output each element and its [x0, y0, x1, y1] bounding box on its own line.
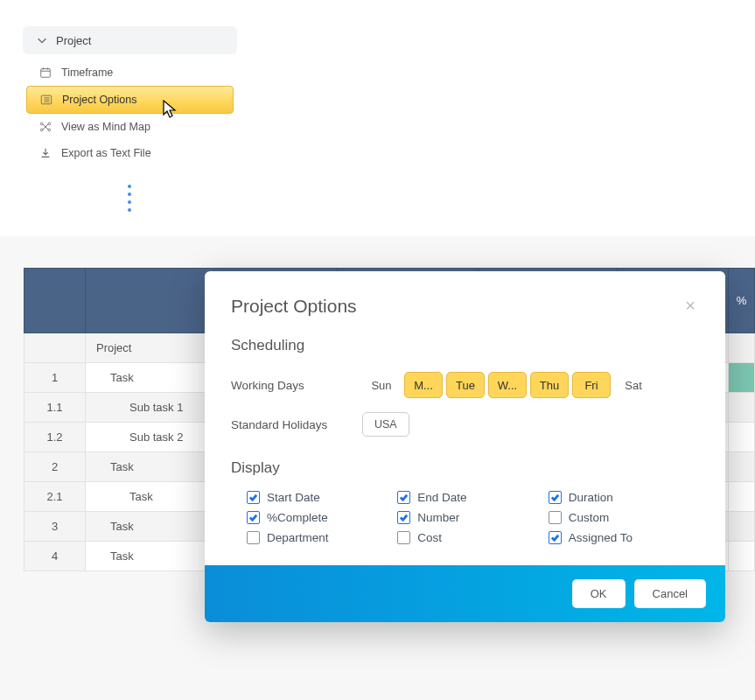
menu-items: Timeframe Project Options View as Mind M… [23, 54, 237, 172]
ok-button[interactable]: OK [572, 579, 626, 608]
checkbox-duration[interactable]: Duration [549, 491, 699, 504]
day-sat[interactable]: Sat [614, 372, 653, 398]
day-tue[interactable]: Tue [446, 372, 485, 398]
svg-point-11 [48, 129, 51, 131]
menu-item-label: View as Mind Map [61, 121, 150, 133]
menu-item-label: Export as Text File [61, 147, 151, 159]
holidays-select[interactable]: USA [362, 412, 409, 437]
row-number: 1.2 [24, 423, 86, 452]
day-wed[interactable]: W... [488, 372, 527, 398]
download-icon [38, 146, 52, 160]
checkbox-custom[interactable]: Custom [549, 511, 699, 524]
svg-point-9 [40, 129, 43, 131]
menu-item-label: Project Options [62, 94, 136, 106]
section-scheduling: Scheduling [205, 328, 725, 365]
checkbox-department[interactable]: Department [247, 531, 397, 544]
menu-header[interactable]: Project [23, 26, 237, 54]
holidays-row: Standard Holidays USA [205, 405, 725, 444]
checkbox-label: Assigned To [569, 531, 633, 544]
dialog-footer: OK Cancel [205, 565, 725, 622]
checkbox-number[interactable]: Number [397, 511, 548, 524]
day-sun[interactable]: Sun [362, 372, 401, 398]
project-options-dialog: Project Options × Scheduling Working Day… [205, 271, 725, 622]
menu-header-label: Project [56, 34, 91, 47]
chevron-down-icon [35, 33, 49, 47]
working-days-pills: Sun M... Tue W... Thu Fri Sat [362, 372, 653, 398]
checkbox-assigned-to[interactable]: Assigned To [549, 531, 699, 544]
standard-holidays-label: Standard Holidays [231, 418, 345, 431]
day-thu[interactable]: Thu [530, 372, 569, 398]
checkbox-start-date[interactable]: Start Date [247, 491, 397, 504]
row-number: 2.1 [24, 482, 86, 512]
close-icon[interactable]: × [682, 292, 699, 319]
mindmap-icon [38, 120, 52, 134]
checkbox-label: Duration [569, 491, 613, 504]
dialog-title: Project Options [231, 296, 357, 317]
checkbox-label: Cost [417, 531, 442, 544]
calendar-icon [38, 66, 52, 80]
menu-item-label: Timeframe [61, 66, 113, 79]
checkbox-label: Custom [569, 511, 610, 524]
checkbox-cost[interactable]: Cost [397, 531, 548, 544]
col-header-percent[interactable]: % [729, 269, 755, 333]
row-number: 4 [24, 542, 86, 571]
checkbox-label: Start Date [267, 491, 320, 504]
svg-point-8 [40, 122, 43, 125]
row-number: 3 [24, 512, 86, 542]
svg-point-10 [48, 122, 51, 125]
checkbox-percent-complete[interactable]: %Complete [247, 511, 397, 524]
checkbox-label: Department [267, 531, 329, 544]
row-number [24, 333, 86, 363]
options-icon [39, 93, 53, 107]
row-number: 1 [24, 363, 86, 393]
menu-item-timeframe[interactable]: Timeframe [26, 60, 234, 86]
checkbox-label: End Date [417, 491, 466, 504]
menu-item-mindmap[interactable]: View as Mind Map [26, 114, 234, 140]
day-fri[interactable]: Fri [572, 372, 611, 398]
section-display: Display [205, 444, 725, 487]
day-mon[interactable]: M... [404, 372, 443, 398]
checkbox-label: %Complete [267, 511, 328, 524]
menu-item-project-options[interactable]: Project Options [26, 86, 234, 114]
checkbox-label: Number [417, 511, 459, 524]
working-days-label: Working Days [231, 379, 345, 392]
display-options: Start Date End Date Duration %Complete N… [205, 487, 725, 565]
cancel-button[interactable]: Cancel [634, 579, 706, 608]
svg-rect-0 [41, 69, 51, 78]
working-days-row: Working Days Sun M... Tue W... Thu Fri S… [205, 365, 725, 405]
row-number: 1.1 [24, 393, 86, 423]
project-menu: Project Timeframe Project Options View a… [23, 26, 237, 172]
more-dots-icon [128, 185, 131, 212]
checkbox-end-date[interactable]: End Date [397, 491, 548, 504]
menu-item-export[interactable]: Export as Text File [26, 140, 234, 166]
row-number: 2 [24, 452, 86, 482]
col-header-number[interactable] [24, 269, 86, 333]
